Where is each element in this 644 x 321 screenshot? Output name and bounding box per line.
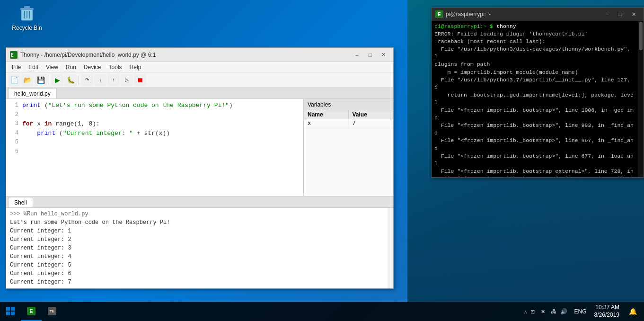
- minimize-button[interactable]: –: [351, 50, 363, 60]
- shell-content: >>> %Run hello_world.py Let's run some P…: [6, 208, 393, 288]
- close-button[interactable]: ✕: [377, 50, 389, 60]
- recycle-bin-icon[interactable]: Recycle Bin: [8, 3, 46, 32]
- window-controls: – □ ✕: [351, 50, 389, 60]
- desktop: Recycle Bin E Thonny - /home/pi/Developm…: [0, 0, 644, 321]
- thonny-taskbar-icon: E: [27, 307, 35, 315]
- toolbar-run[interactable]: ▶: [51, 74, 63, 86]
- shell-scrollbar[interactable]: [388, 208, 393, 288]
- taskbar-clock[interactable]: 10:37 AM 8/26/2019: [591, 304, 623, 319]
- term-line-13: File "<frozen importlib._bootstrap>", li…: [434, 175, 635, 177]
- toolbar-stop[interactable]: ⏹: [134, 74, 146, 86]
- terminal-text[interactable]: pi@raspberrypi:~ $ thonny ERROR: Failed …: [432, 21, 638, 177]
- terminal-controls: – □ ✕: [601, 9, 640, 19]
- taskbar-start-button[interactable]: [0, 302, 21, 321]
- code-editor[interactable]: 1 print ("Let's run some Python code on …: [6, 99, 303, 196]
- typora-taskbar-icon: Th: [48, 307, 56, 315]
- shell-out-6: Current integer: 5: [10, 261, 384, 269]
- toolbar-sep1: [49, 75, 49, 85]
- notification-button[interactable]: 🔔: [625, 302, 640, 321]
- terminal-close[interactable]: ✕: [627, 9, 640, 19]
- var-cell-name-x: x: [304, 119, 349, 128]
- systray-icon-2[interactable]: ✕: [538, 307, 548, 316]
- menu-edit[interactable]: Edit: [25, 63, 42, 71]
- taskbar-typora-app[interactable]: Th: [42, 302, 62, 321]
- var-row-x: x 7: [304, 119, 393, 128]
- menu-file[interactable]: File: [8, 63, 25, 71]
- svg-rect-8: [6, 307, 10, 311]
- shell-out-3: Current integer: 2: [10, 235, 384, 244]
- shell-out-2: Current integer: 1: [10, 227, 384, 235]
- shell-out-1: Let's run some Python code on the Raspbe…: [10, 218, 384, 227]
- shell-run-cmd: >>> %Run hello_world.py: [10, 210, 384, 218]
- code-line-4: 4 print ("Current integer: " + str(x)): [8, 129, 301, 138]
- term-line-7: return _bootstrap._gcd_import(name[level…: [434, 91, 635, 107]
- toolbar-open[interactable]: 📂: [21, 74, 34, 86]
- notification-icon: 🔔: [629, 308, 637, 315]
- terminal-scrollbar[interactable]: [638, 21, 644, 177]
- code-line-6: 6: [8, 147, 301, 157]
- code-variables-split: 1 print ("Let's run some Python code on …: [6, 99, 393, 196]
- term-line-5: m = importlib.import_module(module_name): [434, 69, 635, 76]
- variables-panel: Variables Name Value x 7: [303, 99, 393, 196]
- toolbar-new[interactable]: 📄: [8, 74, 20, 86]
- terminal-window: E pi@raspberrypi: ~ – □ ✕ pi@raspberrypi…: [431, 7, 644, 178]
- svg-line-3: [24, 11, 25, 18]
- thonny-window: E Thonny - /home/pi/Development/hello_wo…: [6, 47, 394, 289]
- term-line-12: File "<frozen importlib._bootstrap_exter…: [434, 168, 635, 175]
- term-line-8: File "<frozen importlib._bootstrap>", li…: [434, 107, 635, 122]
- menu-bar: File Edit View Run Device Tools Help: [6, 62, 393, 72]
- term-line-1: ERROR: Failed loading plugin 'thonnycont…: [434, 30, 635, 38]
- menu-help[interactable]: Help: [126, 63, 145, 71]
- clock-time: 10:37 AM: [594, 304, 619, 312]
- terminal-titlebar[interactable]: E pi@raspberrypi: ~ – □ ✕: [432, 8, 644, 21]
- menu-tools[interactable]: Tools: [105, 63, 126, 71]
- thonny-titlebar[interactable]: E Thonny - /home/pi/Development/hello_wo…: [6, 48, 393, 62]
- maximize-button[interactable]: □: [364, 50, 376, 60]
- shell-out-4: Current integer: 3: [10, 244, 384, 252]
- taskbar-thonny-app[interactable]: E: [21, 302, 42, 321]
- term-line-4: plugins_from_path: [434, 61, 635, 68]
- shell-area: Shell >>> %Run hello_world.py Let's run …: [6, 196, 393, 288]
- toolbar-step-into[interactable]: ↓: [94, 74, 106, 86]
- editor-tab-hello-world[interactable]: hello_world.py: [8, 88, 57, 98]
- menu-view[interactable]: View: [42, 63, 62, 71]
- term-line-6: File "/usr/lib/python3.7/importlib/__ini…: [434, 76, 635, 91]
- toolbar-save[interactable]: 💾: [35, 74, 47, 86]
- shell-out-7: Current integer: 6: [10, 269, 384, 278]
- thonny-title-text: Thonny - /home/pi/Development/hello_worl…: [20, 52, 351, 58]
- svg-rect-9: [11, 307, 15, 311]
- variables-panel-header: Variables: [304, 99, 393, 110]
- systray-lang[interactable]: ENG: [573, 308, 589, 315]
- terminal-title-text: pi@raspberrypi: ~: [446, 11, 601, 18]
- shell-prompt-line: >>>: [10, 286, 384, 288]
- term-line-3: File "/usr/lib/python3/dist-packages/tho…: [434, 45, 635, 61]
- systray-chevron[interactable]: ∧: [524, 309, 527, 314]
- toolbar-debug[interactable]: 🐛: [64, 74, 77, 86]
- terminal-content: pi@raspberrypi:~ $ thonny ERROR: Failed …: [432, 21, 644, 177]
- svg-line-5: [29, 11, 30, 18]
- systray-icon-1[interactable]: ⊡: [528, 307, 538, 316]
- term-line-9: File "<frozen importlib._bootstrap>", li…: [434, 122, 635, 137]
- term-line-0: pi@raspberrypi:~ $ thonny: [434, 23, 635, 30]
- menu-run[interactable]: Run: [62, 63, 80, 71]
- thonny-window-icon: E: [10, 51, 18, 59]
- variables-table: Name Value x 7: [304, 110, 393, 196]
- shell-text[interactable]: >>> %Run hello_world.py Let's run some P…: [6, 208, 388, 288]
- systray: ∧ ⊡ ✕ 🖧 🔊: [522, 307, 571, 316]
- toolbar-step-out[interactable]: ↑: [107, 74, 120, 86]
- svg-rect-11: [11, 312, 15, 315]
- toolbar-resume[interactable]: ▷: [121, 74, 133, 86]
- toolbar-sep2: [79, 75, 79, 85]
- term-line-10: File "<frozen importlib._bootstrap>", li…: [434, 137, 635, 152]
- variables-table-header: Name Value: [304, 110, 393, 119]
- terminal-minimize[interactable]: –: [601, 9, 613, 19]
- shell-tab[interactable]: Shell: [8, 197, 33, 207]
- menu-device[interactable]: Device: [80, 63, 105, 71]
- terminal-maximize[interactable]: □: [614, 9, 626, 19]
- systray-volume-icon[interactable]: 🔊: [559, 307, 569, 316]
- systray-network-icon[interactable]: 🖧: [549, 307, 558, 316]
- editor-shell-split: 1 print ("Let's run some Python code on …: [6, 99, 393, 288]
- taskbar: E Th ∧ ⊡ ✕ 🖧 🔊 ENG 10:37 AM 8/26/2019 🔔: [0, 302, 644, 321]
- editor-area: hello_world.py 1 print ("Let's run some …: [6, 88, 393, 288]
- toolbar-step-over[interactable]: ↷: [81, 74, 93, 86]
